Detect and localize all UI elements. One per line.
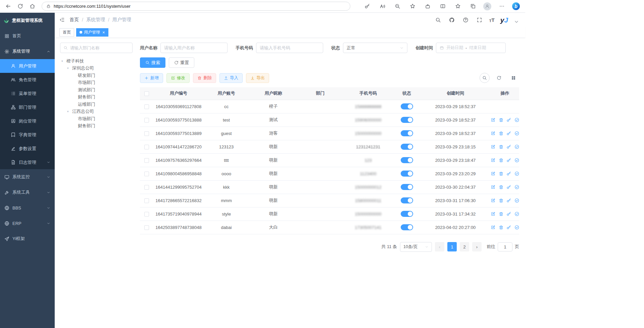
sidebar-item-bbs[interactable]: BBS	[0, 200, 55, 216]
row-checkbox[interactable]	[144, 158, 149, 163]
assign-role-action-icon[interactable]	[514, 171, 519, 176]
tab-用户管理[interactable]: 用户管理×	[76, 28, 108, 37]
assign-role-action-icon[interactable]	[514, 185, 519, 190]
assign-role-action-icon[interactable]	[514, 212, 519, 217]
export-button[interactable]: 导出	[246, 73, 269, 83]
row-checkbox[interactable]	[144, 104, 149, 109]
tree-node[interactable]: 测试部门	[60, 86, 133, 94]
font-size-button[interactable]: TT	[489, 17, 495, 23]
sidebar-item-erp[interactable]: ERP	[0, 216, 55, 231]
tree-node[interactable]: 市场部门	[60, 79, 133, 87]
caret-down-icon[interactable]: ▾	[67, 110, 72, 113]
delete-action-icon[interactable]	[499, 144, 504, 149]
username-input[interactable]	[164, 45, 224, 50]
sidebar-item-tool[interactable]: 系统工具	[0, 185, 55, 200]
key-icon[interactable]	[362, 2, 372, 11]
sidebar-item-config[interactable]: 参数设置	[0, 142, 55, 155]
row-checkbox[interactable]	[144, 172, 149, 176]
more-icon[interactable]	[497, 2, 506, 11]
split-screen-icon[interactable]	[438, 2, 447, 11]
header-help-button[interactable]	[462, 16, 470, 24]
assign-role-action-icon[interactable]	[514, 144, 519, 149]
header-fullscreen-button[interactable]	[476, 16, 484, 24]
delete-action-icon[interactable]	[499, 225, 504, 230]
status-toggle[interactable]	[401, 103, 413, 109]
sidebar-item-yiframe[interactable]: Yi框架	[0, 231, 55, 246]
extensions-icon[interactable]	[423, 2, 432, 11]
app-logo[interactable]: 意框架管理系统	[0, 13, 55, 28]
tree-node[interactable]: ▾江西总公司	[60, 108, 133, 115]
user-logo[interactable]: yJ	[500, 16, 508, 24]
tree-node[interactable]: ▾橙子科技	[60, 57, 133, 65]
phone-input[interactable]	[260, 45, 319, 50]
status-toggle[interactable]	[401, 130, 413, 136]
bing-discover-icon[interactable]: b	[512, 2, 520, 10]
assign-role-action-icon[interactable]	[514, 225, 519, 230]
row-checkbox[interactable]	[144, 118, 149, 123]
status-select[interactable]: 正常	[343, 43, 407, 53]
collections-icon[interactable]	[468, 2, 478, 11]
reset-password-action-icon[interactable]	[506, 171, 511, 176]
tree-node[interactable]: 财务部门	[60, 94, 133, 101]
edit-action-icon[interactable]	[491, 171, 496, 176]
tree-node[interactable]: 运维部门	[60, 101, 133, 108]
edit-action-icon[interactable]	[491, 144, 496, 149]
edit-action-icon[interactable]	[491, 131, 496, 136]
status-toggle[interactable]	[401, 171, 413, 177]
status-toggle[interactable]	[401, 224, 413, 230]
delete-action-icon[interactable]	[499, 158, 504, 163]
select-all-checkbox[interactable]	[144, 91, 149, 96]
delete-action-icon[interactable]	[499, 131, 504, 136]
edit-action-icon[interactable]	[491, 158, 496, 163]
prev-page-button[interactable]: ‹	[435, 242, 444, 251]
dept-search-box[interactable]	[60, 43, 133, 53]
sidebar-item-log[interactable]: 日志管理	[0, 155, 55, 169]
status-toggle[interactable]	[401, 157, 413, 163]
row-checkbox[interactable]	[144, 145, 149, 149]
edit-action-icon[interactable]	[491, 185, 496, 190]
reset-password-action-icon[interactable]	[506, 225, 511, 230]
status-toggle[interactable]	[401, 197, 413, 203]
tree-node[interactable]: 研发部门	[60, 72, 133, 79]
sidebar-collapse-icon[interactable]	[59, 17, 65, 22]
caret-down-icon[interactable]: ▾	[67, 66, 72, 70]
tree-node[interactable]: 财务部门	[60, 123, 133, 130]
sidebar-item-home[interactable]: 首页	[0, 28, 55, 44]
delete-button[interactable]: 删除	[193, 73, 216, 83]
profile-avatar[interactable]	[483, 2, 491, 10]
status-toggle[interactable]	[401, 144, 413, 150]
column-settings-button[interactable]	[508, 73, 518, 83]
assign-role-action-icon[interactable]	[514, 158, 519, 163]
row-checkbox[interactable]	[144, 212, 149, 217]
tree-node[interactable]: ▾深圳总公司	[60, 65, 133, 72]
reset-password-action-icon[interactable]	[506, 131, 511, 136]
row-checkbox[interactable]	[144, 198, 149, 203]
reset-button[interactable]: 重置	[169, 57, 194, 68]
edit-action-icon[interactable]	[491, 118, 496, 123]
next-page-button[interactable]: ›	[472, 242, 482, 251]
reset-password-action-icon[interactable]	[506, 144, 511, 149]
tree-node[interactable]: 市场部门	[60, 115, 133, 123]
row-checkbox[interactable]	[144, 131, 149, 136]
status-toggle[interactable]	[401, 184, 413, 190]
reset-password-action-icon[interactable]	[506, 212, 511, 217]
breadcrumb-item[interactable]: 首页	[69, 17, 79, 23]
address-bar[interactable]: https://ccnetcore.com:1101/system/user	[42, 2, 350, 11]
delete-action-icon[interactable]	[499, 198, 504, 203]
search-button[interactable]: 搜索	[140, 57, 165, 68]
import-button[interactable]: 导入	[219, 73, 243, 83]
date-range-picker[interactable]: 开始日期 - 结束日期	[436, 43, 506, 53]
goto-page-input[interactable]	[498, 242, 512, 251]
edit-action-icon[interactable]	[491, 225, 496, 230]
page-button-2[interactable]: 2	[460, 242, 469, 251]
breadcrumb-item[interactable]: 用户管理	[112, 17, 131, 23]
close-icon[interactable]: ×	[102, 30, 105, 35]
browser-home-button[interactable]	[28, 2, 37, 11]
favorite-add-icon[interactable]	[408, 2, 417, 11]
read-aloud-icon[interactable]	[378, 2, 387, 11]
delete-action-icon[interactable]	[499, 212, 504, 217]
status-toggle[interactable]	[401, 117, 413, 123]
add-button[interactable]: 新增	[140, 73, 163, 83]
assign-role-action-icon[interactable]	[514, 118, 519, 123]
status-toggle[interactable]	[401, 211, 413, 217]
